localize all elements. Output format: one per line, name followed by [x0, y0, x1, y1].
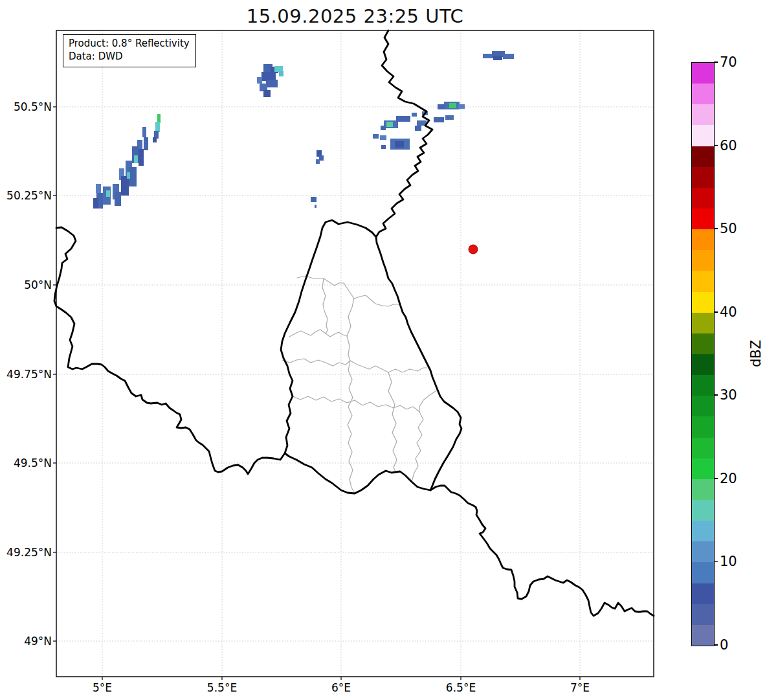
x-tick-label: 6.5°E [432, 681, 490, 695]
colorbar-segment [692, 271, 714, 291]
colorbar-segment [692, 604, 714, 625]
radar-echo [503, 54, 514, 59]
colorbar-segment [692, 562, 714, 583]
colorbar-segment [692, 438, 714, 458]
colorbar-segment [692, 333, 714, 354]
radar-echo [155, 122, 160, 132]
colorbar-tick-label: 60 [720, 138, 737, 153]
colorbar-tick-mark [714, 62, 718, 63]
radar-echo [153, 137, 157, 142]
radar-echo [386, 122, 393, 127]
colorbar-segment [692, 292, 714, 313]
radar-echo [311, 197, 317, 202]
colorbar-tick-label: 70 [720, 54, 737, 70]
colorbar-segment [692, 104, 714, 125]
radar-echo [279, 71, 283, 76]
x-tick-label: 5.5°E [193, 681, 251, 695]
colorbar-segment [692, 500, 714, 521]
data-source-line: Data: DWD [69, 50, 190, 63]
colorbar-segment [692, 354, 714, 375]
colorbar-tick-label: 50 [720, 221, 737, 236]
colorbar-tick-mark [714, 561, 718, 563]
radar-echo [380, 135, 386, 140]
y-tick-label: 50.5°N [0, 100, 52, 114]
radar-echo [445, 115, 454, 120]
colorbar-tick-mark [714, 311, 718, 313]
x-tick-label: 6°E [312, 681, 370, 695]
radar-echo [458, 104, 465, 109]
radar-echo [438, 104, 445, 109]
y-tick-label: 49.25°N [0, 545, 52, 559]
product-line: Product: 0.8° Reflectivity [69, 37, 190, 50]
radar-echo [127, 172, 130, 179]
radar-echo [144, 137, 148, 150]
colorbar-tick-mark [714, 478, 718, 479]
radar-echo [115, 192, 121, 206]
radar-echo [493, 56, 502, 60]
colorbar-segment [692, 250, 714, 271]
colorbar-tick-label: 0 [720, 637, 728, 653]
radar-echo [381, 126, 386, 130]
radar-echo [396, 116, 410, 122]
radar-echo [449, 103, 456, 108]
y-tick-label: 50°N [0, 278, 52, 292]
radar-echoes-layer [93, 51, 514, 209]
radar-echo [106, 190, 110, 197]
y-tick-label: 49.75°N [0, 367, 52, 381]
radar-echo [134, 155, 138, 163]
radar-echo [381, 145, 386, 149]
radar-echo [261, 72, 276, 81]
colorbar-segment [692, 313, 714, 333]
colorbar-segment [692, 375, 714, 396]
border-luxembourg [281, 220, 461, 493]
radar-echo [373, 134, 379, 139]
colorbar-segment [692, 521, 714, 541]
radar-echo [263, 90, 271, 97]
colorbar-tick-label: 40 [720, 304, 737, 320]
radar-echo [434, 117, 444, 122]
colorbar-segment [692, 84, 714, 104]
colorbar-segment [692, 583, 714, 604]
colorbar-tick-mark [714, 394, 718, 396]
colorbar-tick-mark [714, 145, 718, 146]
radar-echo [139, 149, 144, 166]
colorbar-segment [692, 63, 714, 84]
colorbar-segment [692, 188, 714, 209]
colorbar-segment [692, 625, 714, 646]
radar-echo [96, 184, 101, 193]
x-tick-label: 7°E [551, 681, 609, 695]
colorbar-segment [692, 416, 714, 437]
colorbar-segment [692, 146, 714, 167]
colorbar-segment [692, 479, 714, 500]
colorbar-segment [692, 458, 714, 479]
colorbar-segment [692, 541, 714, 562]
radar-echo [157, 114, 161, 123]
border-germany-belgium-north [376, 30, 432, 237]
colorbar-axis-label: dBZ [748, 328, 764, 379]
radar-echo [315, 205, 317, 208]
radar-echo [395, 141, 404, 148]
canton-borders [282, 276, 438, 493]
colorbar-tick-label: 10 [720, 554, 737, 569]
y-tick-label: 50.25°N [0, 188, 52, 203]
radar-echo [274, 66, 283, 72]
radar-echo [93, 198, 98, 209]
radar-echo [415, 126, 421, 131]
colorbar-segment [692, 229, 714, 250]
radar-echo [257, 77, 262, 84]
colorbar-segment [692, 125, 714, 146]
radar-echo [319, 155, 324, 161]
radar-figure: 15.09.2025 23:25 UTC Product: 0.8° Refle… [0, 0, 778, 700]
colorbar-segment [692, 396, 714, 416]
border-france-belgium-west [54, 227, 285, 474]
border-france-germany-southeast [430, 486, 654, 616]
colorbar-tick-label: 30 [720, 387, 737, 403]
x-tick-label: 5°E [73, 681, 131, 695]
colorbar-segment [692, 167, 714, 188]
country-borders [54, 30, 654, 616]
radar-site-marker [469, 245, 478, 254]
radar-echo [142, 127, 146, 137]
map-plot [0, 0, 778, 700]
colorbar-tick-mark [714, 644, 718, 646]
y-tick-label: 49°N [0, 634, 52, 648]
